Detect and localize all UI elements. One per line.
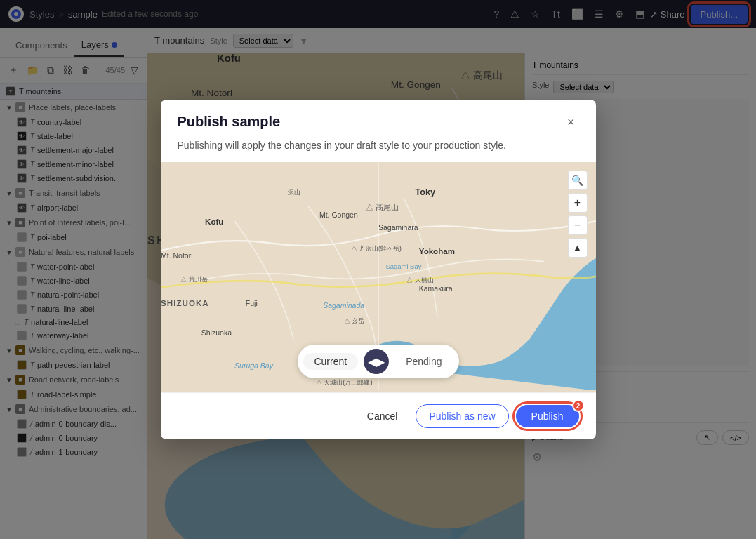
svg-text:Toky: Toky <box>415 187 435 197</box>
map-toggle-control: Current ◀▶ Pending <box>297 345 458 378</box>
modal-overlay[interactable]: Publish sample × Publishing will apply t… <box>0 0 756 539</box>
svg-text:沢山: 沢山 <box>287 188 300 196</box>
main-layout: Components Layers ＋ 📁 ⧉ ⛓ 🗑 45/45 ▽ T T … <box>0 28 756 539</box>
svg-text:Sagami Bay: Sagami Bay <box>385 262 421 270</box>
zoom-search-button[interactable]: 🔍 <box>568 171 588 190</box>
svg-text:Sagaminada: Sagaminada <box>323 301 364 310</box>
publish-as-new-button[interactable]: Publish as new <box>416 404 508 428</box>
modal-map-preview: Kofu Mt. Notori Mt. Gongen Toky Sagamiha… <box>161 162 596 393</box>
modal-header: Publish sample × <box>161 100 596 140</box>
svg-text:Mt. Gongen: Mt. Gongen <box>319 210 357 218</box>
modal-close-button[interactable]: × <box>563 114 579 131</box>
zoom-out-button[interactable]: − <box>568 215 588 235</box>
svg-text:△ 玄岳: △ 玄岳 <box>343 317 364 324</box>
svg-text:Shizuoka: Shizuoka <box>201 328 231 337</box>
svg-text:△ 大楠山: △ 大楠山 <box>406 276 433 284</box>
svg-text:△ 天城山(万三郎峰): △ 天城山(万三郎峰) <box>315 378 372 386</box>
toggle-center-button[interactable]: ◀▶ <box>364 349 389 374</box>
zoom-controls: 🔍 + − ▲ <box>568 171 588 258</box>
svg-text:Kamakura: Kamakura <box>418 284 452 293</box>
svg-text:SHIZUOKA: SHIZUOKA <box>161 299 209 307</box>
svg-text:Kofu: Kofu <box>205 218 223 226</box>
svg-text:Suruga Bay: Suruga Bay <box>234 361 274 370</box>
svg-text:△ 高尾山: △ 高尾山 <box>366 203 399 211</box>
svg-text:△ 荒川岳: △ 荒川岳 <box>180 275 208 283</box>
toggle-pending[interactable]: Pending <box>394 353 453 370</box>
compass-button[interactable]: ▲ <box>568 238 588 258</box>
publish-label: Publish <box>531 411 564 422</box>
svg-text:Sagamihara: Sagamihara <box>378 222 418 231</box>
publish-modal: Publish sample × Publishing will apply t… <box>161 100 596 440</box>
zoom-in-button[interactable]: + <box>568 193 588 213</box>
svg-text:Yokoham: Yokoham <box>418 247 454 255</box>
modal-title: Publish sample <box>178 114 281 130</box>
publish-modal-badge: 2 <box>572 399 585 412</box>
svg-text:△ 丹沢山(蛭ヶ岳): △ 丹沢山(蛭ヶ岳) <box>351 244 402 252</box>
publish-button[interactable]: Publish 2 <box>516 405 579 427</box>
modal-footer: Cancel Publish as new Publish 2 <box>161 392 596 439</box>
svg-text:Fuji: Fuji <box>245 299 257 307</box>
toggle-current[interactable]: Current <box>303 353 358 370</box>
modal-description: Publishing will apply the changes in you… <box>161 140 596 162</box>
svg-text:Mt. Notori: Mt. Notori <box>161 251 193 259</box>
cancel-button[interactable]: Cancel <box>356 405 409 427</box>
